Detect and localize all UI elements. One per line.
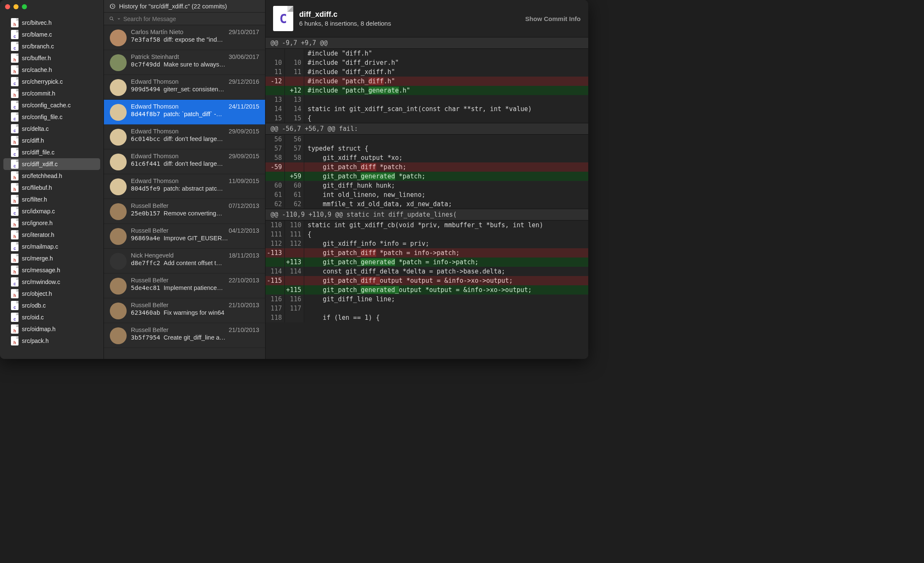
sidebar-file[interactable]: csrc/config_file.c	[3, 111, 100, 123]
commit-author: Edward Thomson	[131, 178, 178, 184]
old-line-number	[266, 285, 285, 295]
old-line-number: 117	[266, 304, 285, 313]
commit-row[interactable]: Russell Belfer07/12/201325e0b157Remove c…	[104, 199, 265, 224]
code-content: #include "diff_driver.h"	[304, 58, 588, 67]
sidebar-file[interactable]: csrc/blame.c	[3, 29, 100, 40]
sidebar-file[interactable]: hsrc/filter.h	[3, 194, 100, 205]
commit-sha: 623460ab	[131, 309, 160, 316]
diff-body[interactable]: @@ -9,7 +9,7 @@#include "diff.h"1010#inc…	[266, 37, 588, 359]
commit-row[interactable]: Nick Hengeveld18/11/2013d8e7ffc2Add cont…	[104, 249, 265, 274]
sidebar-file[interactable]: hsrc/cache.h	[3, 64, 100, 76]
code-content: git_diff_hunk hunk;	[304, 181, 588, 190]
new-line-number: 114	[285, 267, 304, 276]
close-icon[interactable]	[5, 4, 10, 9]
commit-row[interactable]: Edward Thomson29/12/2016909d5494giterr_s…	[104, 75, 265, 100]
commit-row[interactable]: Russell Belfer21/10/20133b5f7954Create g…	[104, 323, 265, 348]
sidebar-file[interactable]: hsrc/oidmap.h	[3, 323, 100, 335]
code-content	[304, 95, 588, 104]
sidebar-file[interactable]: hsrc/filebuf.h	[3, 182, 100, 194]
new-line-number	[285, 162, 304, 172]
header-file-icon: h	[11, 136, 19, 145]
commit-row[interactable]: Russell Belfer22/10/20135de4ec81Implemen…	[104, 274, 265, 298]
sidebar-file[interactable]: hsrc/commit.h	[3, 88, 100, 99]
commit-message: patch: `patch_diff` -…	[164, 111, 259, 117]
sidebar-file[interactable]: csrc/branch.c	[3, 40, 100, 52]
sidebar-file[interactable]: csrc/delta.c	[3, 123, 100, 135]
sidebar-file[interactable]: csrc/diff_xdiff.c	[3, 158, 100, 170]
header-file-icon: h	[11, 171, 19, 181]
header-file-icon: h	[11, 254, 19, 263]
sidebar-file[interactable]: hsrc/merge.h	[3, 252, 100, 264]
sidebar-file[interactable]: hsrc/diff.h	[3, 135, 100, 146]
sidebar-file[interactable]: csrc/mwindow.c	[3, 276, 100, 288]
commit-row[interactable]: Edward Thomson29/09/201561c6f441diff: do…	[104, 149, 265, 174]
chevron-down-icon[interactable]	[117, 17, 121, 21]
avatar	[110, 154, 127, 170]
sidebar-file[interactable]: hsrc/pack.h	[3, 335, 100, 347]
sidebar-file[interactable]: csrc/cherrypick.c	[3, 76, 100, 88]
new-line-number: 10	[285, 58, 304, 67]
history-search[interactable]	[104, 13, 265, 25]
file-sidebar[interactable]: hsrc/bitvec.hcsrc/blame.ccsrc/branch.chs…	[0, 0, 104, 359]
file-name: src/filebuf.h	[22, 184, 52, 191]
sidebar-file[interactable]: hsrc/object.h	[3, 288, 100, 300]
sidebar-file[interactable]: hsrc/fetchhead.h	[3, 170, 100, 182]
diff-line: 114114 const git_diff_delta *delta = pat…	[266, 267, 588, 276]
commit-author: Edward Thomson	[131, 153, 178, 159]
sidebar-file[interactable]: hsrc/message.h	[3, 264, 100, 276]
sidebar-file[interactable]: csrc/idxmap.c	[3, 205, 100, 217]
header-file-icon: h	[11, 195, 19, 204]
avatar	[110, 303, 127, 319]
commit-message: diff: expose the "ind…	[164, 36, 259, 43]
diff-header-left: C diff_xdiff.c 6 hunks, 8 insertions, 8 …	[273, 6, 391, 31]
commit-row[interactable]: Edward Thomson24/11/20158d44f8b7patch: `…	[104, 100, 265, 125]
sidebar-file[interactable]: csrc/oid.c	[3, 311, 100, 323]
new-line-number: +59	[285, 172, 304, 181]
header-file-icon: h	[11, 183, 19, 192]
new-line-number: 116	[285, 295, 304, 304]
titlebar	[0, 0, 27, 13]
commit-row[interactable]: Edward Thomson11/09/2015804d5fe9patch: a…	[104, 174, 265, 199]
history-panel: History for "src/diff_xdiff.c" (22 commi…	[104, 0, 266, 359]
window: hsrc/bitvec.hcsrc/blame.ccsrc/branch.chs…	[0, 0, 588, 359]
sidebar-file[interactable]: hsrc/iterator.h	[3, 229, 100, 241]
commit-row[interactable]: Carlos Martín Nieto29/10/20177e3faf58dif…	[104, 25, 265, 50]
old-line-number: 111	[266, 230, 285, 239]
sidebar-file[interactable]: csrc/mailmap.c	[3, 241, 100, 252]
search-input[interactable]	[123, 16, 260, 22]
sidebar-file[interactable]: csrc/diff_file.c	[3, 146, 100, 158]
file-name: src/mailmap.c	[22, 243, 58, 250]
diff-line: 110110static int git_xdiff_cb(void *priv…	[266, 220, 588, 230]
commit-date: 18/11/2013	[228, 252, 259, 259]
sidebar-file[interactable]: csrc/config_cache.c	[3, 99, 100, 111]
commit-row[interactable]: Edward Thomson29/09/20156c014bccdiff: do…	[104, 125, 265, 149]
new-line-number: 11	[285, 67, 304, 77]
commit-date: 30/06/2017	[228, 53, 259, 60]
diff-header: C diff_xdiff.c 6 hunks, 8 insertions, 8 …	[266, 0, 588, 37]
show-commit-info-button[interactable]: Show Commit Info	[525, 15, 581, 22]
sidebar-file[interactable]: hsrc/buffer.h	[3, 52, 100, 64]
diff-line: +115 git_patch_generated_output *output …	[266, 285, 588, 295]
sidebar-file[interactable]: csrc/odb.c	[3, 300, 100, 311]
commit-sha: 96869a4e	[131, 235, 160, 242]
commit-message: Fix warnings for win64	[164, 309, 259, 316]
commit-row[interactable]: Patrick Steinhardt30/06/20170c7f49ddMake…	[104, 50, 265, 75]
maximize-icon[interactable]	[22, 4, 27, 9]
old-line-number	[266, 49, 285, 58]
file-name: src/oidmap.h	[22, 326, 56, 332]
sidebar-file[interactable]: hsrc/bitvec.h	[3, 17, 100, 29]
commit-row[interactable]: Russell Belfer21/10/2013623460abFix warn…	[104, 298, 265, 323]
commit-list[interactable]: Carlos Martín Nieto29/10/20177e3faf58dif…	[104, 25, 265, 359]
c-file-icon: c	[11, 301, 19, 310]
diff-line: 6060 git_diff_hunk hunk;	[266, 181, 588, 190]
minimize-icon[interactable]	[13, 4, 19, 9]
code-content: int old_lineno, new_lineno;	[304, 190, 588, 199]
file-name: src/config_file.c	[22, 114, 62, 120]
new-line-number: 117	[285, 304, 304, 313]
commit-row[interactable]: Russell Belfer04/12/201396869a4eImprove …	[104, 224, 265, 249]
avatar	[110, 178, 127, 195]
code-content: static int git_xdiff_scan_int(const char…	[304, 104, 588, 114]
sidebar-file[interactable]: hsrc/ignore.h	[3, 217, 100, 229]
header-file-icon: h	[11, 289, 19, 298]
commit-author: Carlos Martín Nieto	[131, 29, 183, 35]
